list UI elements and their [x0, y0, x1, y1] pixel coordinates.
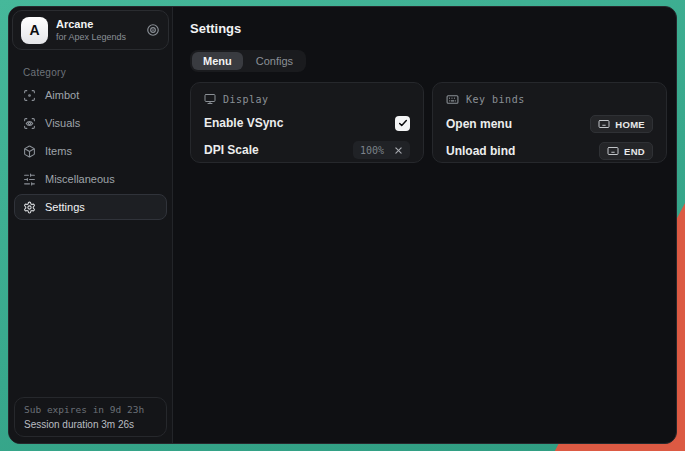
keybinds-card: Key binds Open menu HOME Unload bind	[432, 82, 667, 163]
sidebar-item-visuals[interactable]: Visuals	[14, 110, 167, 136]
sidebar-item-label: Aimbot	[45, 89, 79, 101]
subscription-info-card: Sub expires in 9d 23h Session duration 3…	[14, 397, 167, 437]
monitor-icon	[204, 93, 216, 105]
sidebar-item-items[interactable]: Items	[14, 138, 167, 164]
page-title: Settings	[190, 21, 667, 36]
eye-icon	[23, 117, 36, 130]
category-label: Category	[23, 67, 172, 78]
open-menu-row: Open menu HOME	[446, 115, 653, 133]
check-icon	[398, 118, 408, 128]
sidebar-item-label: Items	[45, 145, 72, 157]
tab-configs[interactable]: Configs	[245, 52, 304, 70]
vsync-label: Enable VSync	[204, 116, 283, 130]
unload-bind-row: Unload bind END	[446, 142, 653, 160]
clear-icon[interactable]	[394, 146, 403, 155]
vsync-row: Enable VSync	[204, 114, 410, 132]
app-title: Arcane	[56, 18, 138, 30]
crosshair-icon	[23, 89, 36, 102]
keybinds-card-header: Key binds	[446, 93, 653, 106]
vsync-checkbox[interactable]	[395, 116, 410, 131]
app-subtitle: for Apex Legends	[56, 32, 138, 42]
sidebar-item-settings[interactable]: Settings	[14, 194, 167, 220]
sidebar-item-aimbot[interactable]: Aimbot	[14, 82, 167, 108]
sidebar-item-label: Miscellaneous	[45, 173, 115, 185]
dpi-label: DPI Scale	[204, 143, 259, 157]
app-names: Arcane for Apex Legends	[56, 18, 138, 42]
dpi-scale-input[interactable]: 100%	[353, 141, 410, 159]
app-logo-letter: A	[29, 22, 39, 38]
target-icon[interactable]	[146, 23, 160, 37]
dpi-value: 100%	[360, 145, 384, 156]
open-menu-bind-value: HOME	[615, 119, 645, 130]
sidebar-item-label: Visuals	[45, 117, 80, 129]
keyboard-icon	[607, 145, 619, 157]
display-card-header: Display	[204, 93, 410, 105]
unload-bind-label: Unload bind	[446, 144, 515, 158]
open-menu-label: Open menu	[446, 117, 512, 131]
keybinds-card-title: Key binds	[466, 94, 525, 105]
session-duration-text: Session duration 3m 26s	[24, 419, 157, 430]
keyboard-icon	[446, 93, 459, 106]
main-panel: Settings Menu Configs Display Enable VSy…	[173, 7, 677, 443]
display-card: Display Enable VSync DPI Scale	[190, 82, 424, 163]
sliders-icon	[23, 173, 36, 186]
unload-bind-button[interactable]: END	[599, 142, 653, 160]
settings-tabs: Menu Configs	[190, 50, 306, 72]
sidebar-item-label: Settings	[45, 201, 85, 213]
sidebar-nav: Aimbot Visuals	[9, 82, 172, 220]
app-logo: A	[21, 17, 48, 44]
sidebar-item-miscellaneous[interactable]: Miscellaneous	[14, 166, 167, 192]
unload-bind-value: END	[624, 146, 645, 157]
dpi-row: DPI Scale 100%	[204, 141, 410, 159]
open-menu-bind-button[interactable]: HOME	[590, 115, 653, 133]
sidebar: A Arcane for Apex Legends Category	[9, 7, 173, 443]
tab-menu[interactable]: Menu	[192, 52, 243, 70]
keyboard-icon	[598, 118, 610, 130]
app-window: A Arcane for Apex Legends Category	[8, 6, 677, 444]
package-icon	[23, 145, 36, 158]
app-header-card: A Arcane for Apex Legends	[12, 10, 169, 50]
settings-cards: Display Enable VSync DPI Scale	[190, 82, 667, 163]
sub-expires-text: Sub expires in 9d 23h	[24, 404, 157, 415]
gear-icon	[23, 201, 36, 214]
display-card-title: Display	[223, 94, 269, 105]
